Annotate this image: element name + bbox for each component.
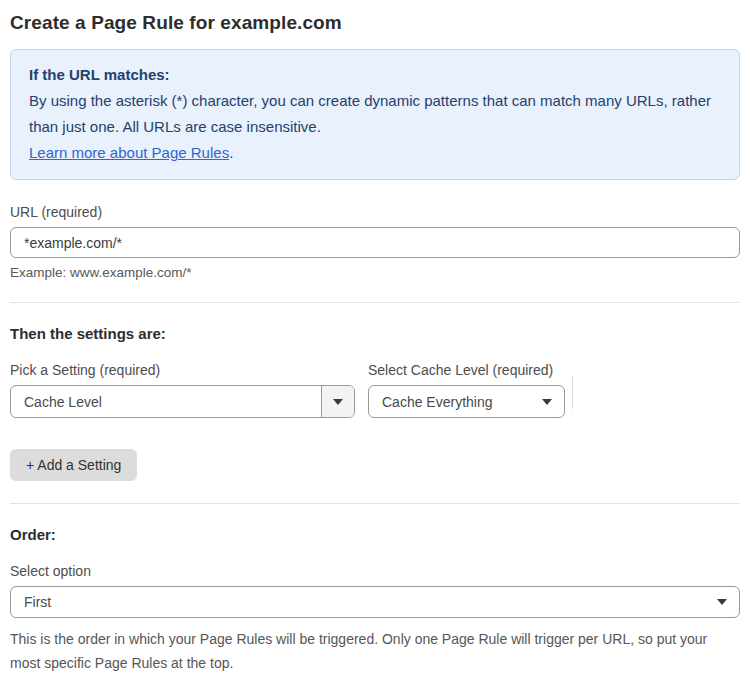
order-value: First <box>11 594 709 610</box>
settings-section-heading: Then the settings are: <box>10 325 740 342</box>
url-matches-info-box: If the URL matches: By using the asteris… <box>10 49 740 180</box>
divider <box>10 503 740 504</box>
cache-level-value: Cache Everything <box>369 394 534 410</box>
page-title: Create a Page Rule for example.com <box>10 12 740 34</box>
info-box-link-line: Learn more about Page Rules. <box>29 140 721 166</box>
caret-down-icon <box>333 399 343 405</box>
info-box-body: By using the asterisk (*) character, you… <box>29 88 721 140</box>
link-suffix: . <box>229 144 233 161</box>
page-rule-form: Create a Page Rule for example.com If th… <box>0 0 750 691</box>
learn-more-link[interactable]: Learn more about Page Rules <box>29 144 229 161</box>
setting-picker-arrow-button[interactable] <box>321 386 354 417</box>
url-field-label: URL (required) <box>10 204 740 220</box>
setting-picker-value: Cache Level <box>11 394 321 410</box>
setting-picker-label: Pick a Setting (required) <box>10 362 355 378</box>
divider <box>10 302 740 303</box>
cache-level-dropdown[interactable]: Cache Everything <box>368 385 565 418</box>
setting-picker-dropdown[interactable]: Cache Level <box>10 385 355 418</box>
caret-down-icon <box>542 399 552 405</box>
cache-level-arrow <box>534 399 564 405</box>
add-setting-button[interactable]: + Add a Setting <box>10 449 137 481</box>
info-box-heading: If the URL matches: <box>29 62 721 88</box>
order-section-heading: Order: <box>10 526 740 543</box>
order-arrow <box>709 599 739 605</box>
vertical-divider <box>572 376 573 409</box>
caret-down-icon <box>717 599 727 605</box>
order-helper-text: This is the order in which your Page Rul… <box>10 627 730 675</box>
setting-picker-column: Pick a Setting (required) Cache Level <box>10 342 355 418</box>
cache-level-label: Select Cache Level (required) <box>368 362 565 378</box>
order-select-label: Select option <box>10 563 740 579</box>
cache-level-column: Select Cache Level (required) Cache Ever… <box>368 342 580 418</box>
url-input[interactable] <box>10 227 740 258</box>
settings-row: Pick a Setting (required) Cache Level Se… <box>10 342 740 418</box>
order-dropdown[interactable]: First <box>10 586 740 618</box>
url-example-helper: Example: www.example.com/* <box>10 265 740 280</box>
